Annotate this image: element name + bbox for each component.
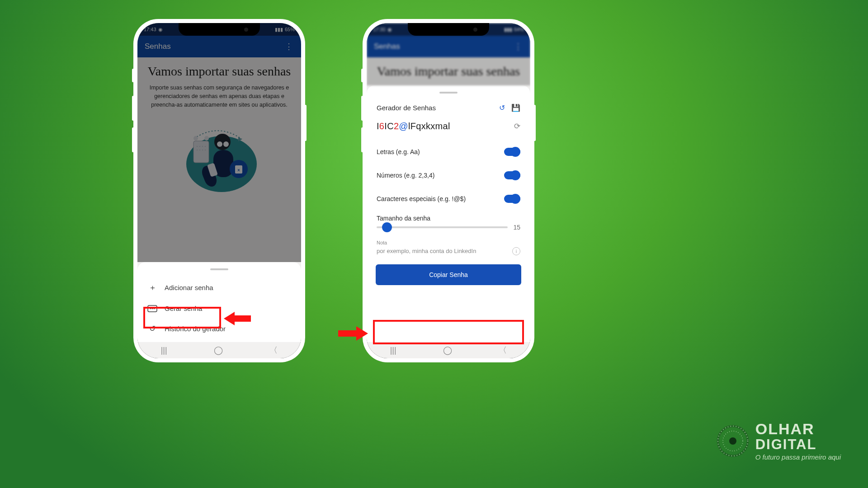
- svg-point-25: [154, 308, 155, 309]
- history-icon[interactable]: ↺: [499, 103, 505, 112]
- regenerate-icon[interactable]: ⟳: [514, 122, 520, 131]
- app-bar: Senhas ⋮: [137, 36, 301, 57]
- nav-back-icon[interactable]: 〈: [499, 345, 507, 356]
- generate-password-label: Gerar senha: [165, 305, 202, 312]
- app-bar: Senhas ⋮: [367, 36, 530, 57]
- brand-tagline: O futuro passa primeiro aqui: [755, 454, 841, 461]
- brand-line2: DIGITAL: [755, 437, 841, 452]
- svg-point-23: [150, 308, 151, 309]
- phone-frame-2: 17:30 ◉ ▮▮▮ 64% Senhas ⋮ Vamos importar: [363, 19, 534, 362]
- signal-icon: ▮▮▮: [504, 27, 512, 33]
- svg-marker-26: [224, 312, 251, 325]
- svg-point-11: [202, 150, 203, 151]
- svg-point-24: [152, 308, 153, 309]
- arrow-icon: [224, 311, 251, 326]
- svg-point-31: [729, 437, 736, 445]
- note-field[interactable]: por exemplo, minha conta do LinkedIn: [377, 248, 476, 254]
- whatsapp-icon: ◉: [387, 27, 392, 33]
- svg-text:X: X: [237, 168, 240, 172]
- brand-logo: OLHAR DIGITAL O futuro passa primeiro aq…: [717, 421, 841, 461]
- hero-title: Vamos importar suas senhas: [376, 64, 521, 79]
- svg-point-8: [205, 146, 206, 147]
- nav-bar: ||| ◯ 〈: [367, 342, 530, 358]
- svg-point-15: [223, 141, 229, 147]
- svg-point-6: [199, 146, 201, 147]
- status-battery: 65%: [285, 27, 295, 32]
- hero-title: Vamos importar suas senhas: [146, 64, 292, 79]
- toggle-letters[interactable]: [504, 148, 520, 156]
- generator-title: Gerador de Senhas: [377, 104, 436, 112]
- option-numbers-label: Números (e.g. 2,3,4): [377, 172, 434, 179]
- status-time: 17:30: [373, 27, 386, 32]
- generate-password-item[interactable]: Gerar senha: [146, 299, 293, 318]
- info-icon[interactable]: i: [512, 247, 520, 255]
- status-battery: 64%: [514, 27, 524, 32]
- brand-line1: OLHAR: [755, 421, 841, 437]
- option-special-label: Caracteres especiais (e.g. !@$): [377, 195, 466, 202]
- add-password-item[interactable]: ＋ Adicionar senha: [146, 277, 293, 299]
- hero-illustration: X: [179, 119, 260, 200]
- generator-history-label: Histórico do gerador: [165, 325, 226, 333]
- copy-password-label: Copiar Senha: [429, 271, 468, 278]
- kebab-menu-icon[interactable]: ⋮: [285, 42, 294, 52]
- svg-rect-2: [193, 141, 209, 163]
- svg-point-4: [204, 136, 209, 141]
- history-icon: ↺: [147, 324, 157, 333]
- add-password-label: Adicionar senha: [165, 284, 213, 291]
- toggle-numbers[interactable]: [504, 171, 520, 179]
- status-time: 17:43: [144, 27, 156, 32]
- option-letters[interactable]: Letras (e.g. Aa): [377, 148, 520, 156]
- nav-back-icon[interactable]: 〈: [269, 345, 278, 356]
- hero-body: Importe suas senhas com segurança de nav…: [146, 84, 292, 110]
- svg-point-14: [217, 141, 222, 147]
- svg-point-10: [199, 150, 201, 151]
- option-numbers[interactable]: Números (e.g. 2,3,4): [377, 171, 520, 179]
- signal-icon: ▮▮▮: [275, 27, 283, 33]
- whatsapp-icon: ◉: [158, 27, 163, 33]
- svg-point-3: [193, 136, 198, 141]
- svg-marker-27: [338, 326, 368, 341]
- nav-home-icon[interactable]: ◯: [443, 345, 452, 355]
- option-special[interactable]: Caracteres especiais (e.g. !@$): [377, 195, 520, 203]
- nav-bar: ||| ◯ 〈: [137, 342, 301, 358]
- length-value: 15: [513, 224, 520, 231]
- toggle-special[interactable]: [504, 195, 520, 203]
- generated-password: I6IC2@lFqxkxmal: [377, 121, 450, 131]
- app-title: Senhas: [374, 42, 400, 51]
- password-icon: [147, 305, 157, 312]
- generator-history-item[interactable]: ↺ Histórico do gerador: [146, 318, 293, 339]
- size-label: Tamanho da senha: [377, 215, 520, 222]
- svg-point-13: [214, 134, 231, 150]
- sheet-handle[interactable]: [439, 92, 458, 94]
- bottom-sheet: ＋ Adicionar senha Gerar senha ↺ Históric…: [137, 262, 301, 342]
- copy-password-button[interactable]: Copiar Senha: [376, 264, 521, 285]
- note-label: Nota: [377, 240, 520, 245]
- nav-recents-icon[interactable]: |||: [390, 346, 396, 355]
- phone-frame-1: 17:43 ◉ ▮▮▮ 65% Senhas ⋮ Vamos importar: [133, 19, 305, 362]
- generator-sheet: Gerador de Senhas ↺ 💾 I6IC2@lFqxkxmal ⟳ …: [367, 85, 530, 342]
- hero-section: Vamos importar suas senhas Importe suas …: [137, 57, 301, 262]
- svg-point-12: [205, 150, 206, 151]
- nav-recents-icon[interactable]: |||: [161, 346, 167, 355]
- option-letters-label: Letras (e.g. Aa): [377, 148, 420, 155]
- hero-section: Vamos importar suas senhas: [367, 57, 530, 85]
- svg-point-7: [202, 146, 203, 147]
- arrow-icon: [338, 325, 368, 342]
- plus-icon: ＋: [147, 282, 157, 293]
- sheet-handle[interactable]: [210, 268, 228, 270]
- length-slider[interactable]: [377, 226, 508, 228]
- nav-home-icon[interactable]: ◯: [214, 345, 223, 355]
- svg-point-9: [197, 150, 198, 151]
- save-icon[interactable]: 💾: [511, 103, 520, 112]
- kebab-menu-icon[interactable]: ⋮: [514, 42, 523, 52]
- svg-point-5: [197, 146, 198, 147]
- app-title: Senhas: [145, 42, 171, 51]
